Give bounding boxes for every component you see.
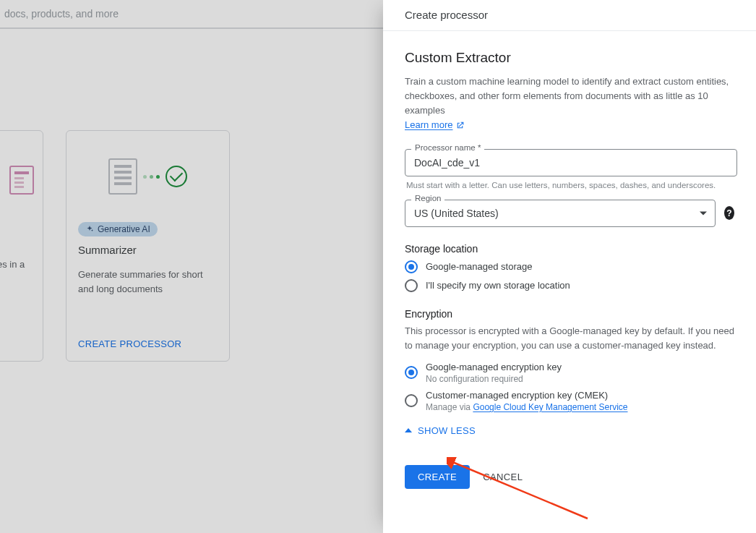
learn-more-link[interactable]: Learn more xyxy=(405,118,465,132)
chevron-down-icon xyxy=(700,211,707,215)
processor-card-summarizer[interactable]: Generative AI Summarizer Generate summar… xyxy=(66,130,230,362)
processor-card-partial[interactable]: ndaries in a xyxy=(0,130,43,362)
storage-own-option[interactable]: I'll specify my own storage location xyxy=(405,279,734,292)
radio-selected-icon xyxy=(405,366,418,379)
processor-name-helper: Must start with a letter. Can use letter… xyxy=(406,181,739,189)
radio-unselected-icon xyxy=(405,394,418,407)
create-processor-link[interactable]: CREATE PROCESSOR xyxy=(78,338,181,349)
create-processor-panel: Create processor Custom Extractor Train … xyxy=(383,0,756,533)
generative-ai-badge: Generative AI xyxy=(78,222,158,236)
card-title: Summarizer xyxy=(78,244,218,256)
storage-google-option[interactable]: Google-managed storage xyxy=(405,260,734,273)
processor-type-heading: Custom Extractor xyxy=(405,50,734,66)
processor-type-description: Train a custom machine learning model to… xyxy=(405,76,729,116)
processor-name-input[interactable] xyxy=(405,149,737,176)
chevron-up-icon xyxy=(405,428,412,432)
encryption-description: This processor is encrypted with a Googl… xyxy=(405,324,734,353)
show-less-toggle[interactable]: SHOW LESS xyxy=(405,425,734,436)
external-link-icon xyxy=(455,121,465,130)
storage-heading: Storage location xyxy=(405,243,734,255)
region-help-icon[interactable]: ? xyxy=(724,206,734,220)
card-illustration xyxy=(0,145,34,214)
region-label: Region xyxy=(411,194,444,202)
create-button[interactable]: CREATE xyxy=(405,465,470,489)
radio-selected-icon xyxy=(405,260,418,273)
region-select[interactable] xyxy=(405,200,716,227)
encryption-google-option[interactable]: Google-managed encryption key No configu… xyxy=(405,362,734,384)
card-illustration xyxy=(66,131,229,222)
kms-link[interactable]: Google Cloud Key Management Service xyxy=(473,402,627,412)
sparkle-icon xyxy=(85,225,94,234)
encryption-cmek-option[interactable]: Customer-managed encryption key (CMEK) M… xyxy=(405,390,734,412)
region-field: Region ? xyxy=(405,200,734,227)
processor-name-field: Processor name * xyxy=(405,149,734,176)
card-desc-fragment: ndaries in a xyxy=(0,257,34,272)
check-circle-icon xyxy=(166,166,187,187)
panel-title: Create processor xyxy=(383,0,756,31)
encryption-heading: Encryption xyxy=(405,308,734,320)
card-description: Generate summaries for short and long do… xyxy=(78,268,218,297)
radio-unselected-icon xyxy=(405,279,418,292)
processor-name-label: Processor name * xyxy=(411,143,484,152)
cancel-button[interactable]: CANCEL xyxy=(483,472,523,482)
